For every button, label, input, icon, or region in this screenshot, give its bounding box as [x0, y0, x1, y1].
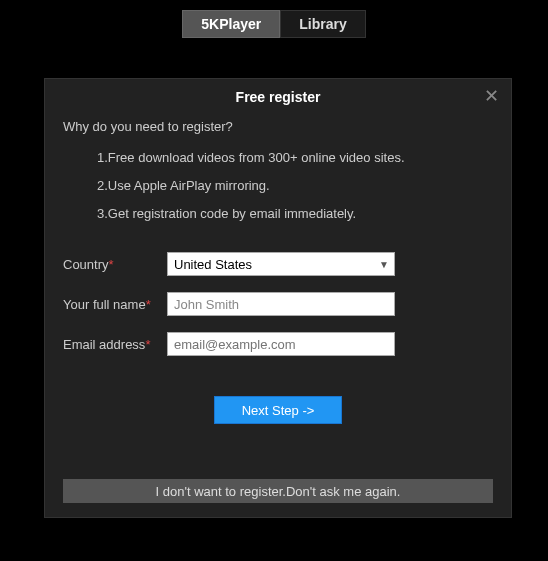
benefit-item: 3.Get registration code by email immedia… — [63, 200, 493, 228]
fullname-input[interactable] — [167, 292, 395, 316]
country-label: Country* — [63, 257, 167, 272]
email-input[interactable] — [167, 332, 395, 356]
next-step-button[interactable]: Next Step -> — [214, 396, 342, 424]
close-icon[interactable]: ✕ — [484, 87, 499, 105]
why-heading: Why do you need to register? — [63, 119, 493, 134]
skip-register-button[interactable]: I don't want to register.Don't ask me ag… — [63, 479, 493, 503]
benefit-item: 1.Free download videos from 300+ online … — [63, 144, 493, 172]
benefit-item: 2.Use Apple AirPlay mirroring. — [63, 172, 493, 200]
dialog-title: Free register — [236, 89, 321, 105]
tab-library[interactable]: Library — [280, 10, 365, 38]
email-label: Email address* — [63, 337, 167, 352]
fullname-label: Your full name* — [63, 297, 167, 312]
tab-5kplayer[interactable]: 5KPlayer — [182, 10, 280, 38]
register-dialog: Free register ✕ Why do you need to regis… — [44, 78, 512, 518]
country-select[interactable]: United States — [167, 252, 395, 276]
